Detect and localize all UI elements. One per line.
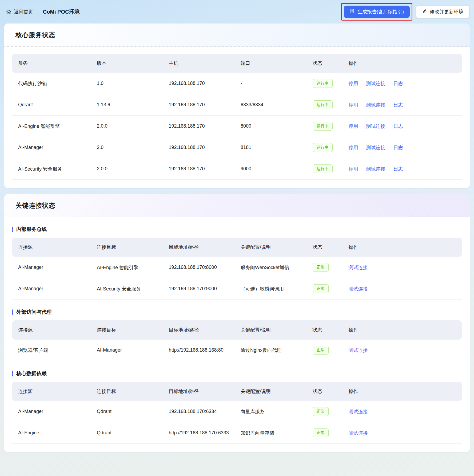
status-badge: 正常 [313,407,329,416]
column-header: 状态 [307,244,343,250]
connection-group: 外部访问与代理 连接源连接目标目标地址/路径关键配置/说明状态操作 浏览器/客户… [12,309,462,361]
table-header-row: 连接源连接目标目标地址/路径关键配置/说明状态操作 [12,382,462,401]
column-header: 关键配置/说明 [235,244,307,250]
service-host: 192.168.188.170 [163,166,235,172]
topbar-actions: 生成报告(含后续指引) 修改并更新环境 [341,3,469,21]
conn-config: 通过Nginx反向代理 [235,347,307,353]
table-header-row: 连接源连接目标目标地址/路径关键配置/说明状态操作 [12,238,462,257]
environment-title: CoMi POC环境 [43,8,80,15]
service-version: 2.0.0 [91,166,163,172]
test-connection-link[interactable]: 测试连接 [348,430,368,436]
action-link[interactable]: 测试连接 [366,102,385,108]
conn-action-cell: 测试连接 [342,430,462,436]
connections-title: 关键连接状态 [15,201,459,210]
column-header: 操作 [342,60,462,66]
core-services-header: 核心服务状态 [4,23,470,47]
core-services-card: 核心服务状态 服务版本主机端口状态操作 代码执行沙箱 1.0 192.168.1… [4,23,470,188]
service-name: AI-Manager [12,145,91,150]
conn-action-cell: 测试连接 [342,347,462,353]
action-link[interactable]: 测试连接 [366,124,385,129]
connection-table: 连接源连接目标目标地址/路径关键配置/说明状态操作 AI-Manager AI-… [12,238,462,300]
action-link[interactable]: 日志 [393,102,403,108]
service-port: 8000 [235,123,307,129]
conn-status-cell: 正常 [307,407,343,416]
action-link[interactable]: 日志 [393,81,403,86]
action-link[interactable]: 停用 [348,166,358,172]
generate-report-label: 生成报告(含后续指引) [357,9,404,15]
conn-action-cell: 测试连接 [342,408,462,415]
action-link[interactable]: 日志 [393,145,403,150]
table-row: Qdrant 1.13.6 192.168.188.170 6333/6334 … [12,94,462,116]
group-label-bar [12,227,13,232]
highlight-box: 生成报告(含后续指引) [341,3,412,21]
service-version: 1.13.6 [91,102,163,108]
table-body: 代码执行沙箱 1.0 192.168.188.170 - 运行中 停用测试连接日… [12,73,462,180]
column-header: 状态 [307,388,343,395]
conn-address: 192.168.188.170:6334 [163,409,235,414]
table-body: AI-Manager Qdrant 192.168.188.170:6334 向… [12,401,462,444]
service-port: 9000 [235,166,307,172]
column-header: 版本 [91,60,163,66]
action-link[interactable]: 停用 [348,145,358,150]
table-row: 代码执行沙箱 1.0 192.168.188.170 - 运行中 停用测试连接日… [12,73,462,94]
action-link[interactable]: 日志 [393,124,403,129]
column-header: 操作 [342,388,462,395]
conn-action-cell: 测试连接 [342,286,462,292]
conn-address: http://192.168.188.168:80 [163,347,235,353]
generate-report-button[interactable]: 生成报告(含后续指引) [344,6,410,18]
action-link[interactable]: 日志 [393,166,403,172]
table-row: AI-Security 安全服务 2.0.0 192.168.188.170 9… [12,158,462,180]
status-badge: 运行中 [313,100,333,109]
test-connection-link[interactable]: 测试连接 [348,409,368,414]
conn-target: Qdrant [91,409,163,414]
service-name: AI-Engine 智能引擎 [12,123,91,129]
status-badge: 正常 [313,428,329,437]
update-environment-label: 修改并更新环境 [430,9,463,15]
connections-header: 关键连接状态 [4,194,470,217]
status-badge: 正常 [313,346,329,355]
home-icon [6,9,11,15]
connections-body: 内部服务总线 连接源连接目标目标地址/路径关键配置/说明状态操作 AI-Mana… [4,217,470,452]
action-link[interactable]: 停用 [348,124,358,129]
conn-config: 服务间WebSocket通信 [235,264,307,271]
connection-group: 核心数据依赖 连接源连接目标目标地址/路径关键配置/说明状态操作 AI-Mana… [12,370,462,444]
action-link[interactable]: 测试连接 [366,81,385,86]
test-connection-link[interactable]: 测试连接 [348,265,368,270]
service-host: 192.168.188.170 [163,102,235,108]
table-row: AI-Manager AI-Engine 智能引擎 192.168.188.17… [12,257,462,278]
service-status-cell: 运行中 [307,164,343,173]
action-link[interactable]: 测试连接 [366,166,385,172]
action-link[interactable]: 停用 [348,102,358,108]
core-services-body: 服务版本主机端口状态操作 代码执行沙箱 1.0 192.168.188.170 … [4,47,470,188]
service-name: AI-Security 安全服务 [12,166,91,172]
conn-source: AI-Manager [12,409,91,414]
table-header-row: 连接源连接目标目标地址/路径关键配置/说明状态操作 [12,320,462,340]
column-header: 连接目标 [91,327,163,333]
table-body: 浏览器/客户端 AI-Manager http://192.168.188.16… [12,340,462,361]
service-status-cell: 运行中 [307,122,343,131]
table-row: AI-Manager Qdrant 192.168.188.170:6334 向… [12,401,462,422]
conn-target: AI-Engine 智能引擎 [91,264,163,271]
test-connection-link[interactable]: 测试连接 [348,286,368,292]
table-body: AI-Manager AI-Engine 智能引擎 192.168.188.17… [12,257,462,300]
group-title: 内部服务总线 [16,226,47,233]
service-status-cell: 运行中 [307,79,343,88]
column-header: 关键配置/说明 [235,327,307,333]
action-link[interactable]: 测试连接 [366,145,385,150]
table-row: AI-Manager 2.0 192.168.188.170 8181 运行中 … [12,137,462,158]
update-environment-button[interactable]: 修改并更新环境 [416,6,469,18]
core-services-table: 服务版本主机端口状态操作 代码执行沙箱 1.0 192.168.188.170 … [12,54,462,180]
conn-source: AI-Manager [12,265,91,270]
conn-address: 192.168.188.170:9000 [163,286,235,292]
back-home-link[interactable]: 返回首页 [6,9,33,15]
service-version: 2.0 [91,145,163,150]
status-badge: 运行中 [313,164,333,173]
conn-address: 192.168.188.170:8000 [163,265,235,270]
service-version: 2.0.0 [91,123,163,129]
group-label-bar [12,309,13,315]
test-connection-link[interactable]: 测试连接 [348,348,368,353]
topbar: 返回首页 | CoMi POC环境 生成报告(含后续指引) 修改并更新环境 [0,0,474,23]
topbar-separator: | [37,9,39,15]
action-link[interactable]: 停用 [348,81,358,86]
conn-address: http://192.168.188.170:6333 [163,430,235,436]
